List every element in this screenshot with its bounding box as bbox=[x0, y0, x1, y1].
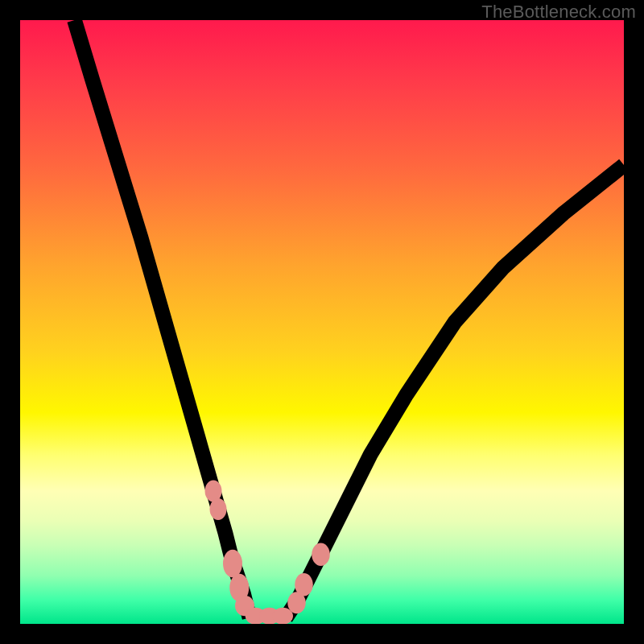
bottleneck-curve-right bbox=[286, 165, 624, 618]
bottleneck-curve-left bbox=[75, 20, 250, 618]
right-mark-2 bbox=[295, 573, 313, 597]
left-mark-2 bbox=[210, 498, 227, 520]
left-mark-3 bbox=[223, 550, 242, 577]
right-mark-3 bbox=[312, 543, 330, 567]
curves-svg bbox=[20, 20, 624, 624]
watermark-text: TheBottleneck.com bbox=[481, 2, 636, 23]
plot-area bbox=[20, 20, 624, 624]
chart-frame: TheBottleneck.com bbox=[0, 0, 644, 644]
